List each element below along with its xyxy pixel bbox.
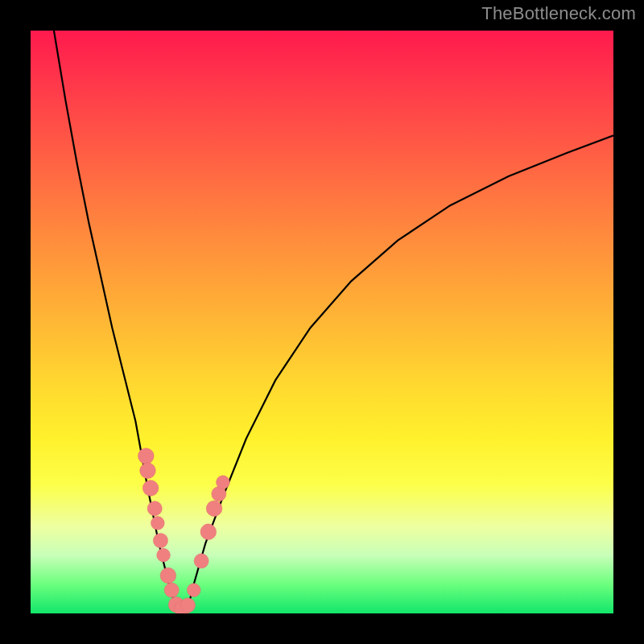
data-marker xyxy=(151,516,164,530)
data-marker xyxy=(217,476,230,489)
data-marker xyxy=(200,524,217,540)
data-marker xyxy=(206,501,222,517)
curve-group xyxy=(54,31,613,608)
data-marker xyxy=(140,463,156,479)
data-marker xyxy=(138,448,155,464)
chart-svg xyxy=(31,31,613,613)
data-marker xyxy=(157,548,171,562)
data-marker xyxy=(160,568,176,584)
watermark-text: TheBottleneck.com xyxy=(481,3,636,24)
data-marker xyxy=(147,502,162,516)
bottleneck-curve xyxy=(54,31,613,608)
data-marker xyxy=(180,598,195,613)
data-marker xyxy=(153,533,167,547)
data-marker xyxy=(187,584,200,597)
plot-area xyxy=(31,31,613,613)
data-marker xyxy=(164,583,179,597)
data-marker xyxy=(194,554,208,568)
chart-frame: TheBottleneck.com xyxy=(0,0,644,644)
data-markers xyxy=(138,448,230,613)
data-marker xyxy=(142,481,159,497)
